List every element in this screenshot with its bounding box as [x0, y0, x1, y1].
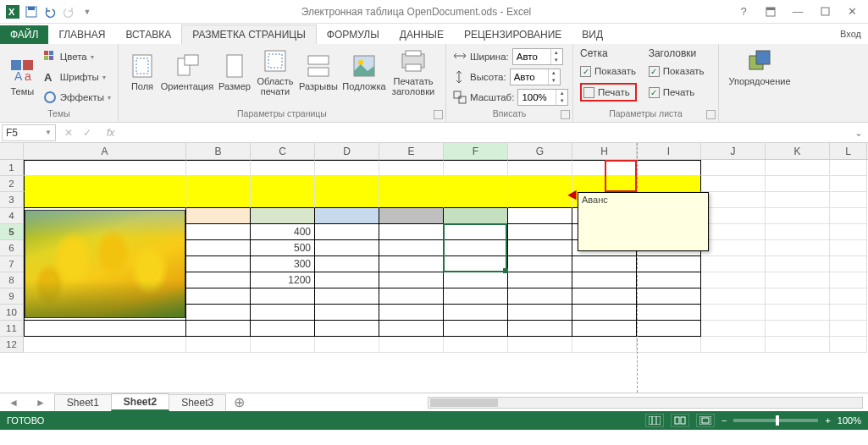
tab-home[interactable]: ГЛАВНАЯ [48, 25, 115, 44]
fx-icon[interactable]: fx [100, 127, 121, 139]
sheet-tab[interactable]: Sheet3 [169, 394, 226, 410]
cell[interactable] [508, 208, 572, 224]
tab-formulas[interactable]: ФОРМУЛЫ [317, 25, 390, 44]
cell[interactable] [508, 160, 572, 176]
tab-page-layout[interactable]: РАЗМЕТКА СТРАНИЦЫ [181, 25, 317, 44]
cell[interactable] [379, 224, 444, 240]
print-area-button[interactable]: Область печати [254, 47, 296, 96]
sheet-nav-prev-icon[interactable]: ◄ [0, 397, 27, 409]
row-header[interactable]: 4 [0, 208, 24, 224]
help-icon[interactable]: ? [733, 3, 755, 20]
cell[interactable] [766, 160, 830, 176]
cell[interactable] [830, 208, 867, 224]
cell[interactable] [766, 224, 830, 240]
cell[interactable] [315, 272, 379, 288]
cell[interactable] [701, 176, 766, 192]
zoom-out-icon[interactable]: − [721, 415, 727, 426]
cell[interactable] [379, 256, 444, 272]
cell[interactable] [379, 305, 444, 321]
minimize-icon[interactable]: — [787, 3, 809, 20]
cell[interactable] [444, 305, 508, 321]
cell[interactable] [186, 305, 251, 321]
cell[interactable] [637, 176, 701, 192]
cell[interactable] [701, 240, 766, 256]
cell[interactable] [701, 305, 766, 321]
cell[interactable] [637, 288, 701, 305]
cell[interactable] [572, 305, 637, 321]
cell[interactable] [830, 224, 867, 240]
horizontal-scrollbar[interactable] [428, 397, 863, 409]
cell[interactable] [186, 256, 251, 272]
cell[interactable] [637, 272, 701, 288]
row-header[interactable]: 9 [0, 288, 24, 305]
cell[interactable] [572, 272, 637, 288]
tab-data[interactable]: ДАННЫЕ [390, 25, 454, 44]
cell[interactable] [766, 256, 830, 272]
cell[interactable] [186, 160, 251, 176]
cell[interactable] [444, 240, 508, 256]
cell[interactable] [379, 288, 444, 305]
cell[interactable] [186, 288, 251, 305]
cell[interactable] [701, 321, 766, 337]
undo-icon[interactable] [42, 4, 58, 19]
cell[interactable] [379, 240, 444, 256]
cell[interactable]: 500 [251, 240, 315, 256]
cell[interactable] [186, 272, 251, 288]
cell[interactable] [24, 176, 186, 192]
cell[interactable] [444, 272, 508, 288]
cell[interactable] [315, 176, 379, 192]
cell[interactable] [444, 256, 508, 272]
cell[interactable] [315, 192, 379, 208]
row-header[interactable]: 7 [0, 256, 24, 272]
print-titles-button[interactable]: Печатать заголовки [388, 47, 439, 96]
cell[interactable] [766, 208, 830, 224]
arrange-button[interactable]: Упорядочение [726, 47, 793, 86]
width-input[interactable] [513, 52, 550, 62]
row-header[interactable]: 12 [0, 337, 24, 353]
cell[interactable] [251, 208, 315, 224]
page-layout-view-icon[interactable] [671, 414, 689, 427]
cell[interactable] [766, 305, 830, 321]
cell[interactable] [701, 160, 766, 176]
page-break-view-icon[interactable] [696, 414, 715, 427]
cell[interactable] [24, 337, 186, 353]
cell[interactable] [508, 240, 572, 256]
maximize-icon[interactable] [814, 3, 836, 20]
cell[interactable] [830, 305, 867, 321]
column-header[interactable]: G [508, 143, 572, 159]
cell[interactable] [572, 176, 637, 192]
cell[interactable] [830, 337, 867, 353]
column-header[interactable]: E [379, 143, 444, 159]
height-input[interactable] [511, 72, 548, 82]
embedded-image[interactable] [25, 210, 185, 318]
cell[interactable] [508, 224, 572, 240]
cell[interactable] [186, 192, 251, 208]
cell[interactable] [508, 288, 572, 305]
cell[interactable] [444, 321, 508, 337]
cell[interactable] [24, 192, 186, 208]
dialog-launcher-icon[interactable] [561, 110, 570, 119]
cell[interactable] [251, 176, 315, 192]
cell[interactable] [508, 176, 572, 192]
cell[interactable] [186, 176, 251, 192]
cell[interactable] [251, 337, 315, 353]
cell[interactable] [251, 288, 315, 305]
row-header[interactable]: 5 [0, 224, 24, 240]
column-header[interactable]: L [830, 143, 867, 159]
cell[interactable] [251, 321, 315, 337]
cell[interactable] [251, 305, 315, 321]
column-header[interactable]: A [24, 143, 186, 159]
column-header[interactable]: B [186, 143, 251, 159]
cell[interactable] [830, 321, 867, 337]
cancel-icon[interactable]: ✕ [59, 127, 78, 139]
sign-in[interactable]: Вход [840, 29, 861, 39]
column-header[interactable]: H [572, 143, 637, 159]
height-control[interactable]: Высота: ▴▾ [453, 68, 566, 86]
heads-show-checkbox[interactable]: ✓Показать [649, 62, 705, 80]
cell[interactable] [637, 160, 701, 176]
column-header[interactable]: F [444, 143, 508, 159]
cell[interactable] [508, 305, 572, 321]
cell[interactable] [766, 288, 830, 305]
cell[interactable] [766, 192, 830, 208]
cell[interactable] [508, 272, 572, 288]
